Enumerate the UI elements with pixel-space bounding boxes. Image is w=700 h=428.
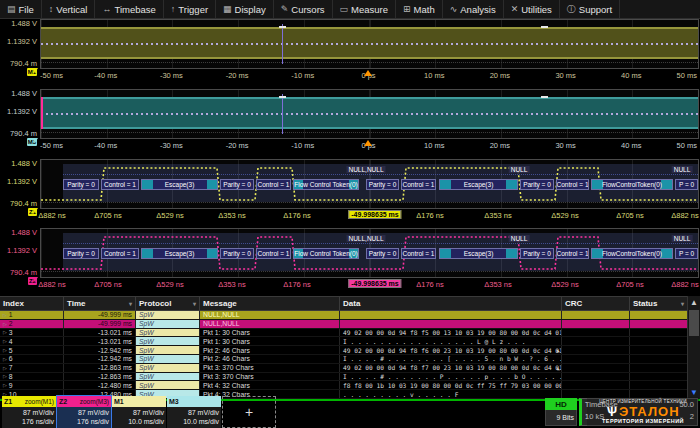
x-tick-label: 10 ms — [424, 141, 444, 150]
column-header-protocol[interactable]: Protocol▾ — [136, 297, 200, 310]
table-row[interactable]: ▷9-12.480 msSpWPkt 4: 32 Charsf8 f8 00 1… — [0, 381, 700, 390]
cell-status — [630, 329, 688, 337]
table-row[interactable]: ▷5-12.942 msSpWPkt 2: 46 Chars49 02 00 0… — [0, 346, 700, 355]
hd-resolution-box[interactable]: HD 9 Bits — [545, 398, 577, 426]
column-header-time[interactable]: Time▾ — [64, 297, 136, 310]
delta-time-label: Δ353 ns — [218, 211, 246, 220]
plot-area-z1[interactable]: Parity = 0Control = 1Escape(3)Parity = 0… — [40, 159, 699, 209]
menu-item-timebase[interactable]: ↔Timebase — [95, 0, 163, 18]
menu-item-file[interactable]: ▤File — [0, 0, 42, 18]
x-tick-label: 40 ms — [621, 141, 641, 150]
cell-status — [630, 311, 688, 319]
y-axis-label: 1.488 V — [0, 90, 37, 98]
cell-status — [630, 381, 688, 389]
decode-segment: FlowControlToken(0) — [591, 179, 673, 190]
table-row[interactable]: ▷7-12.863 msSpWPkt 3: 370 Chars49 02 00 … — [0, 364, 700, 373]
cell-message: NULL,NULL — [200, 320, 340, 328]
menu-item-support[interactable]: ⓘSupport — [560, 0, 620, 18]
expand-row-icon[interactable]: ▷ — [3, 356, 7, 362]
hd-bits-label: 9 Bits — [545, 410, 577, 426]
plot-area-z2[interactable]: Parity = 0Control = 1Escape(3)Parity = 0… — [40, 228, 699, 278]
delta-time-label: Δ353 ns — [484, 211, 512, 220]
column-header-index[interactable]: Index — [0, 297, 64, 310]
descriptor-box-m1[interactable]: M187 mV/div10.0 ms/div — [112, 396, 166, 428]
sort-icon[interactable]: ▾ — [129, 300, 132, 307]
cell-time: -12.480 ms — [64, 381, 136, 389]
cell-protocol: SpW — [136, 337, 200, 345]
cell-protocol: SpW — [136, 373, 200, 381]
trace-function: zoom(M1) — [25, 398, 54, 405]
table-row[interactable]: ▷2-49.999 msSpWNULL,NULL — [0, 320, 700, 329]
expand-row-icon[interactable]: ▷ — [3, 338, 7, 344]
table-row[interactable]: ▷8-12.863 msSpWPkt 3: 370 CharsI . . . .… — [0, 373, 700, 382]
menu-item-display[interactable]: ▦Display — [216, 0, 274, 18]
descriptor-box-z1[interactable]: Z1zoom(M1)87 mV/div176 ns/div — [2, 396, 56, 428]
delta-time-label: Δ353 ns — [484, 280, 512, 289]
decode-segment: Control = 1 — [101, 179, 139, 190]
table-row[interactable]: ▷3-13.021 msSpWPkt 1: 30 Chars49 02 00 0… — [0, 329, 700, 338]
cell-protocol: SpW — [136, 381, 200, 389]
scrollbar-thumb[interactable] — [689, 310, 699, 336]
zoom-position-cursor[interactable] — [282, 24, 283, 64]
plot-area-m1[interactable] — [40, 19, 699, 69]
x-tick-label: -20 ms — [226, 71, 249, 80]
vertical-scale: 87 mV/div — [59, 408, 109, 417]
add-trace-button[interactable]: + — [222, 396, 276, 428]
scroll-up-button[interactable]: ▲ — [688, 296, 700, 309]
panel-m1: 1.488 V1.1392 V790.4 mM1-50 ms-40 ms-30 … — [0, 18, 700, 88]
cell-data: I . . . . # . . . . . . . . [ . . . . 5 … — [340, 355, 562, 363]
hd-badge: HD — [545, 398, 577, 410]
expand-row-icon[interactable]: ▷ — [3, 329, 7, 335]
cell-time: -13.021 ms — [64, 329, 136, 337]
compressed-waveform-band — [41, 27, 698, 59]
cell-data: 49 02 00 00 0d 94 f8 f6 00 23 10 03 19 0… — [340, 346, 562, 354]
table-scrollbar[interactable]: ▲ ▼ — [687, 296, 700, 399]
table-row[interactable]: ▷6-12.942 msSpWPkt 2: 46 CharsI . . . . … — [0, 355, 700, 364]
delta-time-label: Δ705 ns — [94, 280, 122, 289]
ground-level-marker — [32, 68, 38, 73]
descriptor-box-m3[interactable]: M387 mV/div10.0 ms/div — [167, 396, 221, 428]
menu-bar: ▤File↕Vertical↔Timebase↑Trigger▦Display✎… — [0, 0, 700, 19]
column-header-crc[interactable]: CRC — [562, 297, 630, 310]
table-row[interactable]: ▷4-13.021 msSpWPkt 1: 30 CharsI . . . . … — [0, 337, 700, 346]
expand-row-icon[interactable]: ▷ — [3, 321, 7, 327]
cell-message: NULL,NULL — [200, 311, 340, 319]
trigger-position-icon[interactable] — [364, 70, 372, 76]
delta-time-label: Δ882 ns — [38, 211, 66, 220]
x-tick-label: 50 ms — [677, 141, 697, 150]
menu-item-utilities[interactable]: ✕Utilities — [504, 0, 560, 18]
menu-item-measure[interactable]: ▭Measure — [333, 0, 396, 18]
menu-item-math[interactable]: ⊞Math — [396, 0, 443, 18]
file-icon: ▤ — [7, 5, 16, 14]
trigger-position-icon[interactable] — [364, 140, 372, 146]
expand-row-icon[interactable]: ▷ — [3, 373, 7, 379]
cell-message: Pkt 1: 30 Chars — [200, 337, 340, 345]
vertical-icon: ↕ — [49, 5, 54, 14]
cell-protocol: SpW — [136, 346, 200, 354]
sort-icon[interactable]: ▾ — [193, 300, 196, 307]
decode-segment: Parity = 0 — [366, 248, 399, 259]
expand-row-icon[interactable]: ▷ — [3, 382, 7, 388]
menu-item-vertical[interactable]: ↕Vertical — [42, 0, 96, 18]
table-row[interactable]: ▷1-49.999 msSpWNULL,NULL — [0, 311, 700, 320]
trace-descriptor-bar: Z1zoom(M1)87 mV/div176 ns/divZ2zoom(M3)8… — [2, 396, 276, 428]
sort-icon[interactable]: ▾ — [681, 300, 684, 307]
ground-level-marker — [32, 208, 38, 213]
decode-segment: Control = 1 — [101, 248, 139, 259]
menu-item-analysis[interactable]: ∿Analysis — [443, 0, 504, 18]
menu-item-cursors[interactable]: ✎Cursors — [274, 0, 333, 18]
column-header-status[interactable]: Status▾ — [630, 297, 688, 310]
x-tick-label: -30 ms — [160, 71, 183, 80]
menu-item-trigger[interactable]: ↑Trigger — [164, 0, 216, 18]
descriptor-box-z2[interactable]: Z2zoom(M3)87 mV/div176 ns/div — [57, 396, 111, 428]
zoom-position-cursor[interactable] — [282, 94, 283, 134]
expand-row-icon[interactable]: ▷ — [3, 365, 7, 371]
plot-area-m3[interactable] — [40, 89, 699, 139]
column-header-message[interactable]: Message — [200, 297, 340, 310]
cell-crc — [562, 364, 630, 372]
expand-row-icon[interactable]: ▷ — [3, 312, 7, 318]
expand-row-icon[interactable]: ▷ — [3, 347, 7, 353]
decode-segment: Control = 1 — [401, 179, 436, 190]
menu-item-label: Math — [414, 4, 435, 15]
column-header-data[interactable]: Data — [340, 297, 562, 310]
